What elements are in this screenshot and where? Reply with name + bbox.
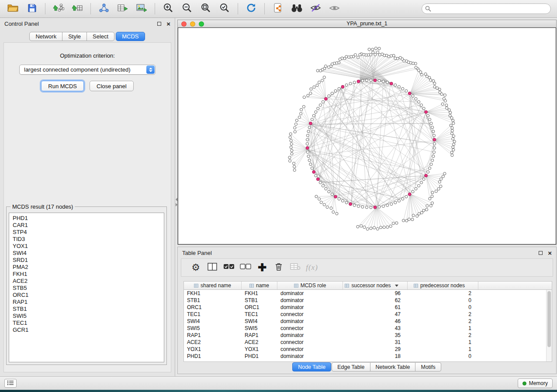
import-network-file-button[interactable] xyxy=(50,2,67,16)
columns-icon xyxy=(208,263,217,272)
deselect-all-button[interactable] xyxy=(237,260,254,275)
search-input[interactable] xyxy=(422,3,551,14)
table-row[interactable]: SWI5SWI5connector431 xyxy=(184,325,552,332)
table-row[interactable]: RAP1RAP1dominator352 xyxy=(184,332,552,339)
column-header-shared-name[interactable]: shared name xyxy=(184,282,242,289)
mcds-result-item[interactable]: RAP1 xyxy=(13,299,160,306)
show-graphics-button[interactable] xyxy=(325,2,343,16)
column-header-successor-nodes[interactable]: successor nodes xyxy=(343,282,408,289)
table-row[interactable]: ACE2ACE2connector311 xyxy=(184,339,552,346)
column-header-MCDS-role[interactable]: MCDS role xyxy=(277,282,343,289)
tab-edge-table[interactable]: Edge Table xyxy=(332,362,370,371)
table-scrollbar[interactable] xyxy=(546,290,552,361)
mcds-result-item[interactable]: STP4 xyxy=(13,229,160,236)
mcds-tab-content: Optimization criterion: largest connecte… xyxy=(3,42,171,372)
cell-predecessor-nodes: 0 xyxy=(408,353,478,360)
close-table-panel-icon[interactable]: × xyxy=(548,250,552,256)
memory-button[interactable]: Memory xyxy=(518,378,553,388)
delete-column-button[interactable] xyxy=(270,260,287,275)
network-canvas[interactable] xyxy=(178,28,556,244)
import-table-file-button[interactable] xyxy=(69,2,86,16)
mcds-result-item[interactable]: STB1 xyxy=(13,306,160,313)
mcds-result-item[interactable]: SWI5 xyxy=(13,313,160,320)
cell-shared-name: YOX1 xyxy=(184,346,242,353)
table-row[interactable]: TEC1TEC1connector472 xyxy=(184,311,552,318)
tab-network[interactable]: Network xyxy=(29,32,62,41)
table-body: FKH1FKH1dominator962STB1STB1dominator620… xyxy=(184,290,552,360)
status-menu-button[interactable] xyxy=(4,379,17,388)
close-panel-button[interactable]: Close panel xyxy=(90,81,134,91)
export-table-button[interactable] xyxy=(114,2,131,16)
tab-style[interactable]: Style xyxy=(62,32,87,41)
show-columns-button[interactable] xyxy=(204,260,221,275)
network-window-titlebar[interactable]: YPA_prune.txt_1 xyxy=(178,20,556,28)
cell-name: SWI5 xyxy=(242,325,277,332)
run-mcds-button[interactable]: Run MCDS xyxy=(41,81,84,91)
new-network-icon xyxy=(99,3,109,14)
zoom-selected-button[interactable] xyxy=(216,2,233,16)
tab-select[interactable]: Select xyxy=(86,32,114,41)
cell-predecessor-nodes: 0 xyxy=(408,304,478,311)
control-panel-tabs: Network Style Select MCDS xyxy=(0,32,175,41)
export-image-button[interactable] xyxy=(133,2,150,16)
eye-icon xyxy=(329,4,340,14)
mcds-result-item[interactable]: TEC1 xyxy=(13,320,160,327)
column-header-label: name xyxy=(256,282,269,289)
mcds-result-item[interactable]: GCR1 xyxy=(13,327,160,334)
tab-motifs[interactable]: Motifs xyxy=(415,362,441,371)
mcds-result-item[interactable]: YOX1 xyxy=(13,243,160,250)
mcds-result-item[interactable]: FKH1 xyxy=(13,271,160,278)
first-neighbors-button[interactable] xyxy=(288,2,305,16)
copy-document-button[interactable] xyxy=(269,2,287,16)
mcds-result-list[interactable]: PHD1CAR1STP4TID3YOX1SWI4SRD1PMA2FKH1ACE2… xyxy=(9,213,164,362)
table-row[interactable]: FKH1FKH1dominator962 xyxy=(184,290,552,297)
tab-network-table[interactable]: Network Table xyxy=(370,362,416,371)
zoom-in-button[interactable] xyxy=(159,2,177,16)
column-header-name[interactable]: name xyxy=(242,282,277,289)
cell-mcds-role: dominator xyxy=(277,318,343,325)
mcds-result-item[interactable]: STB5 xyxy=(13,285,160,292)
mcds-result-item[interactable]: PMA2 xyxy=(13,264,160,271)
mcds-result-item[interactable]: ACE2 xyxy=(13,278,160,285)
table-row[interactable]: STB1STB1dominator620 xyxy=(184,297,552,304)
sort-chevron-icon[interactable] xyxy=(395,285,398,287)
mcds-result-item[interactable]: PHD1 xyxy=(13,215,160,222)
table-row[interactable]: YOX1YOX1connector291 xyxy=(184,346,552,353)
float-panel-icon[interactable] xyxy=(157,22,161,26)
open-file-button[interactable] xyxy=(4,2,22,16)
unchecked-boxes-icon xyxy=(240,263,251,272)
cell-shared-name: PHD1 xyxy=(184,353,242,360)
table-settings-button[interactable]: ⚙ xyxy=(187,260,204,275)
scrollbar-thumb[interactable] xyxy=(547,291,551,347)
apply-style-button[interactable] xyxy=(307,2,324,16)
mcds-result-item[interactable]: ORC1 xyxy=(13,292,160,299)
mcds-result-item[interactable]: TID3 xyxy=(13,236,160,243)
mcds-result-item[interactable]: SRD1 xyxy=(13,257,160,264)
column-header-label: shared name xyxy=(201,282,231,289)
table-row[interactable]: SWI4SWI4dominator462 xyxy=(184,318,552,325)
mcds-result-item[interactable]: SWI4 xyxy=(13,250,160,257)
refresh-layout-button[interactable] xyxy=(242,2,260,16)
optimization-criterion-label: Optimization criterion: xyxy=(4,52,171,59)
tab-node-table[interactable]: Node Table xyxy=(292,362,331,371)
float-table-panel-icon[interactable] xyxy=(539,251,543,255)
network-graph[interactable] xyxy=(178,28,556,244)
new-network-button[interactable] xyxy=(95,2,113,16)
add-column-button[interactable]: ✚ xyxy=(254,260,270,275)
zoom-out-button[interactable] xyxy=(178,2,196,16)
zoom-fit-button[interactable] xyxy=(197,2,214,16)
mcds-result-item[interactable]: CAR1 xyxy=(13,222,160,229)
checked-boxes-icon xyxy=(223,263,235,272)
table-row[interactable]: PHD1PHD1dominator180 xyxy=(184,353,552,360)
close-panel-icon[interactable]: × xyxy=(166,21,170,27)
column-header-predecessor-nodes[interactable]: predecessor nodes xyxy=(408,282,478,289)
cytoscape-app-window: Control Panel × Network Style Select MCD… xyxy=(0,0,557,392)
tab-mcds[interactable]: MCDS xyxy=(116,32,145,41)
criterion-select[interactable]: largest connected component (undirected) xyxy=(19,65,156,75)
control-panel-title: Control Panel xyxy=(4,21,39,27)
network-view-window: YPA_prune.txt_1 xyxy=(177,20,557,245)
table-row[interactable]: ORC1ORC1dominator610 xyxy=(184,304,552,311)
save-session-button[interactable] xyxy=(23,2,41,16)
memory-label: Memory xyxy=(529,380,548,386)
select-all-button[interactable] xyxy=(221,260,237,275)
